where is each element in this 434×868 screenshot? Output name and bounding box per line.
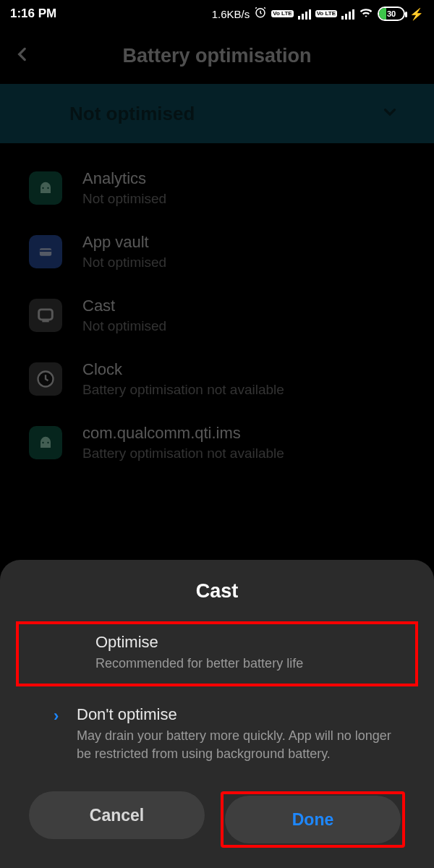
- option-desc: May drain your battery more quickly. App…: [77, 727, 405, 762]
- option-desc: Recommended for better battery life: [95, 655, 386, 672]
- wifi-icon: [359, 5, 373, 23]
- app-name: Cast: [82, 297, 166, 315]
- svg-point-1: [42, 187, 43, 189]
- app-status: Not optimised: [82, 318, 166, 334]
- options-sheet: Cast Optimise Recommended for better bat…: [0, 560, 434, 868]
- option-title: Don't optimise: [77, 705, 405, 724]
- svg-point-9: [47, 442, 48, 443]
- app-header: Battery optimisation: [0, 27, 434, 84]
- volte-badge-2: Vo LTE: [315, 10, 337, 17]
- android-icon: [29, 426, 62, 459]
- list-item[interactable]: Cast Not optimised: [0, 284, 434, 347]
- cancel-label: Cancel: [90, 806, 144, 825]
- app-status: Battery optimisation not available: [82, 382, 284, 398]
- svg-point-8: [42, 442, 43, 443]
- cancel-button[interactable]: Cancel: [29, 791, 205, 839]
- android-icon: [29, 171, 62, 205]
- signal-icon-1: [298, 8, 311, 20]
- app-name: Clock: [82, 360, 284, 379]
- status-bar: 1:16 PM 1.6KB/s Vo LTE Vo LTE 30 ⚡: [0, 0, 434, 27]
- svg-rect-5: [39, 310, 53, 320]
- option-optimise[interactable]: Optimise Recommended for better battery …: [16, 621, 418, 686]
- battery-icon: 30: [378, 7, 405, 21]
- alarm-icon: [254, 6, 267, 22]
- chevron-down-icon: [380, 103, 399, 124]
- app-name: Analytics: [82, 169, 166, 188]
- status-right: 1.6KB/s Vo LTE Vo LTE 30 ⚡: [212, 5, 424, 23]
- option-title: Optimise: [95, 633, 386, 652]
- filter-label: Not optimised: [69, 103, 195, 125]
- list-item[interactable]: Clock Battery optimisation not available: [0, 347, 434, 411]
- clock-icon: [29, 362, 62, 396]
- svg-point-2: [47, 187, 48, 189]
- charging-icon: ⚡: [409, 7, 424, 21]
- done-button[interactable]: Done: [225, 796, 401, 843]
- option-dont-optimise[interactable]: › Don't optimise May drain your battery …: [0, 694, 434, 774]
- cast-icon: [29, 299, 62, 332]
- svg-rect-4: [40, 250, 51, 252]
- done-label: Done: [292, 810, 334, 830]
- vault-icon: [29, 235, 62, 268]
- status-time: 1:16 PM: [10, 7, 56, 21]
- list-item[interactable]: Analytics Not optimised: [0, 156, 434, 220]
- volte-badge-1: Vo LTE: [271, 10, 293, 17]
- net-speed: 1.6KB/s: [212, 8, 250, 20]
- signal-icon-2: [341, 8, 354, 20]
- svg-rect-3: [40, 248, 51, 256]
- app-list: Analytics Not optimised App vault Not op…: [0, 143, 434, 488]
- filter-dropdown[interactable]: Not optimised: [0, 84, 434, 143]
- list-item[interactable]: App vault Not optimised: [0, 220, 434, 284]
- app-status: Not optimised: [82, 255, 166, 271]
- app-name: com.qualcomm.qti.ims: [82, 424, 284, 443]
- list-item[interactable]: com.qualcomm.qti.ims Battery optimisatio…: [0, 411, 434, 475]
- app-name: App vault: [82, 233, 166, 252]
- selected-chevron-icon: ›: [54, 707, 59, 726]
- sheet-title: Cast: [0, 580, 434, 603]
- app-status: Not optimised: [82, 191, 166, 207]
- svg-rect-6: [42, 320, 48, 322]
- page-title: Battery optimisation: [13, 45, 421, 67]
- app-status: Battery optimisation not available: [82, 446, 284, 461]
